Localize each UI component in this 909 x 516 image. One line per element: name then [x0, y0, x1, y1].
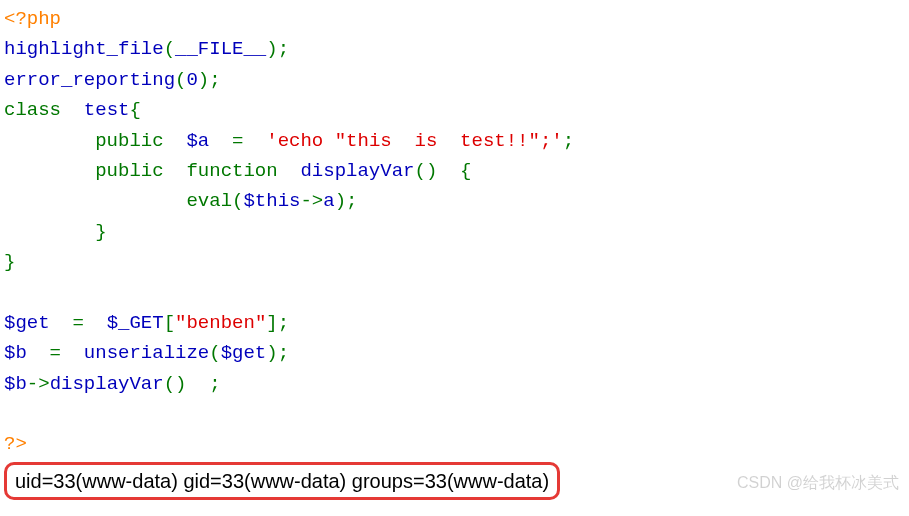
paren: (	[175, 69, 186, 91]
num-zero: 0	[186, 69, 197, 91]
kw-public: public	[95, 130, 186, 152]
indent	[4, 221, 95, 243]
paren: );	[335, 190, 358, 212]
paren: );	[266, 38, 289, 60]
bracket: [	[164, 312, 175, 334]
kw-public-function: public function	[95, 160, 300, 182]
bracket: ];	[266, 312, 289, 334]
prop-a: a	[323, 190, 334, 212]
paren: () {	[414, 160, 471, 182]
php-close-tag: ?>	[4, 433, 27, 455]
arg-get: $get	[221, 342, 267, 364]
paren: );	[266, 342, 289, 364]
brace: }	[95, 221, 106, 243]
class-name: test	[84, 99, 130, 121]
indent	[4, 190, 186, 212]
brace: {	[129, 99, 140, 121]
var-get: $get	[4, 312, 72, 334]
paren: (	[164, 38, 175, 60]
op-eq: =	[72, 312, 106, 334]
op-eq: =	[50, 342, 84, 364]
command-output-highlight: uid=33(www-data) gid=33(www-data) groups…	[4, 462, 560, 500]
fn-eval: eval(	[186, 190, 243, 212]
method-name: displayVar	[300, 160, 414, 182]
string-key: "benben"	[175, 312, 266, 334]
indent	[4, 160, 95, 182]
arrow: ->	[300, 190, 323, 212]
brace: }	[4, 251, 15, 273]
kw-class: class	[4, 99, 84, 121]
const-file: __FILE__	[175, 38, 266, 60]
op-eq: =	[232, 130, 266, 152]
string-literal: 'echo "this is test!!";'	[266, 130, 562, 152]
arrow: ->	[27, 373, 50, 395]
paren: () ;	[164, 373, 221, 395]
call-displayvar: displayVar	[50, 373, 164, 395]
var-b: $b	[4, 373, 27, 395]
fn-error-reporting: error_reporting	[4, 69, 175, 91]
var-a: $a	[186, 130, 232, 152]
paren: (	[209, 342, 220, 364]
this: $this	[243, 190, 300, 212]
php-source-code: <?php highlight_file(__FILE__); error_re…	[4, 4, 905, 460]
indent	[4, 130, 95, 152]
fn-unserialize: unserialize	[84, 342, 209, 364]
watermark: CSDN @给我杯冰美式	[737, 470, 899, 496]
fn-highlight: highlight_file	[4, 38, 164, 60]
semi: ;	[563, 130, 574, 152]
var-b: $b	[4, 342, 50, 364]
global-get: $_GET	[107, 312, 164, 334]
paren: );	[198, 69, 221, 91]
php-open-tag: <?php	[4, 8, 61, 30]
